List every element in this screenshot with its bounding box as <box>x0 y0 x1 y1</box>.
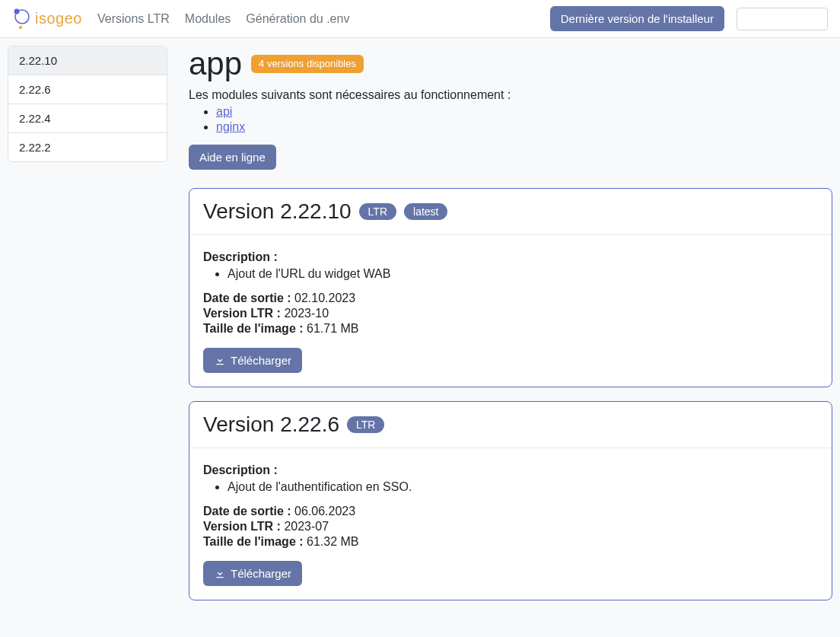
nav-link-env[interactable]: Génération du .env <box>243 8 352 30</box>
navbar: isogeo Versions LTR Modules Génération d… <box>0 0 840 38</box>
download-icon <box>214 568 226 580</box>
version-card-header: Version 2.22.10LTRlatest <box>189 189 832 235</box>
ltr-version-row: Version LTR : 2023-10 <box>203 307 818 320</box>
logo[interactable]: isogeo <box>12 8 82 30</box>
version-tag: latest <box>404 203 447 221</box>
download-button[interactable]: Télécharger <box>203 348 302 373</box>
sidebar-item-2-22-2[interactable]: 2.22.2 <box>8 133 167 161</box>
release-date-value: 06.06.2023 <box>294 505 355 518</box>
image-size-row: Taille de l'image : 61.71 MB <box>203 322 818 336</box>
main: app 4 versions disponibles Les modules s… <box>189 46 832 614</box>
sidebar-item-2-22-6[interactable]: 2.22.6 <box>8 75 167 104</box>
image-size-value: 61.71 MB <box>307 322 358 335</box>
ltr-version-row: Version LTR : 2023-07 <box>203 520 818 533</box>
download-label: Télécharger <box>231 354 291 367</box>
ltr-version-value: 2023-07 <box>284 520 329 533</box>
image-size-label: Taille de l'image : <box>203 322 304 335</box>
version-card-header: Version 2.22.6LTR <box>189 402 832 448</box>
image-size-row: Taille de l'image : 61.32 MB <box>203 535 818 549</box>
svg-point-2 <box>19 26 22 29</box>
version-tag: LTR <box>347 416 384 434</box>
version-title: Version 2.22.10 <box>203 199 352 224</box>
svg-point-1 <box>14 8 20 14</box>
nav-links: Versions LTR Modules Génération du .env <box>94 8 352 30</box>
version-card-body: Description :Ajout de l'URL du widget WA… <box>189 235 832 387</box>
release-date-value: 02.10.2023 <box>294 291 355 304</box>
sidebar-item-2-22-10[interactable]: 2.22.10 <box>8 46 167 75</box>
download-icon <box>214 355 226 367</box>
description-list: Ajout de l'authentification en SSO. <box>203 480 818 494</box>
nav-link-modules[interactable]: Modules <box>182 8 234 30</box>
version-title: Version 2.22.6 <box>203 412 339 437</box>
nav-link-versions-ltr[interactable]: Versions LTR <box>94 8 173 30</box>
download-label: Télécharger <box>231 567 291 580</box>
ltr-version-label: Version LTR : <box>203 520 281 533</box>
help-button[interactable]: Aide en ligne <box>189 145 276 170</box>
description-item: Ajout de l'URL du widget WAB <box>228 267 818 281</box>
page-title: app <box>189 46 242 82</box>
search-input[interactable] <box>737 8 828 30</box>
sidebar: 2.22.10 2.22.6 2.22.4 2.22.2 <box>8 46 167 162</box>
ltr-version-value: 2023-10 <box>284 307 329 320</box>
release-date-label: Date de sortie : <box>203 291 291 304</box>
image-size-value: 61.32 MB <box>307 535 358 548</box>
version-tag: LTR <box>359 203 396 221</box>
version-card-body: Description :Ajout de l'authentification… <box>189 448 832 600</box>
description-list: Ajout de l'URL du widget WAB <box>203 267 818 281</box>
version-card: Version 2.22.6LTRDescription :Ajout de l… <box>189 401 832 600</box>
description-item: Ajout de l'authentification en SSO. <box>228 480 818 494</box>
logo-icon <box>12 8 33 30</box>
dependency-link-api[interactable]: api <box>216 105 232 118</box>
description-label: Description : <box>203 250 278 263</box>
versions-count-badge: 4 versions disponibles <box>251 55 364 73</box>
installer-latest-button[interactable]: Dernière version de l'installeur <box>550 6 724 31</box>
dependency-link-nginx[interactable]: nginx <box>216 120 245 133</box>
release-date-row: Date de sortie : 06.06.2023 <box>203 505 818 518</box>
intro-text: Les modules suivants sont nécessaires au… <box>189 88 832 102</box>
release-date-label: Date de sortie : <box>203 505 291 518</box>
dependency-list: api nginx <box>189 105 832 134</box>
release-date-row: Date de sortie : 02.10.2023 <box>203 291 818 305</box>
ltr-version-label: Version LTR : <box>203 307 281 320</box>
download-button[interactable]: Télécharger <box>203 561 302 586</box>
sidebar-item-2-22-4[interactable]: 2.22.4 <box>8 104 167 133</box>
version-card: Version 2.22.10LTRlatestDescription :Ajo… <box>189 188 832 387</box>
logo-text: isogeo <box>35 10 82 27</box>
image-size-label: Taille de l'image : <box>203 535 304 548</box>
description-label: Description : <box>203 463 278 476</box>
